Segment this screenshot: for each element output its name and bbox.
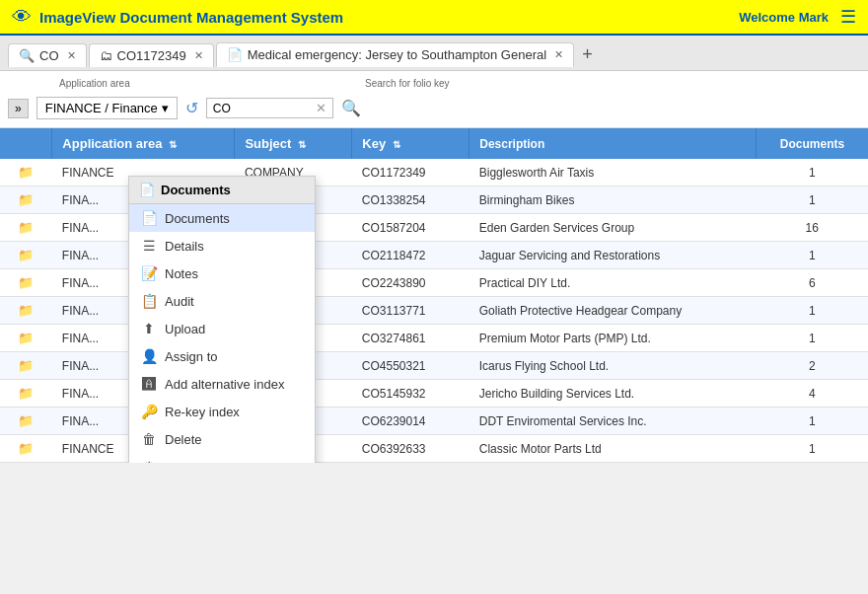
row-icon: 📁: [0, 214, 52, 242]
documents-icon: 📄: [141, 210, 157, 226]
col-subject-header[interactable]: Subject ⇅: [235, 128, 352, 159]
menu-item-upload[interactable]: ⬆Upload: [129, 315, 315, 342]
col-app-area-header[interactable]: Application area ⇅: [52, 128, 235, 159]
row-documents: 4: [757, 380, 869, 408]
context-menu-items: 📄Documents☰Details📝Notes📋Audit⬆Upload👤As…: [129, 204, 315, 463]
menu-item-label: Upload: [165, 322, 205, 336]
app-logo-icon: 👁: [12, 6, 32, 29]
tab-label: CO: [39, 48, 59, 63]
tab-close-icon[interactable]: ✕: [67, 49, 76, 62]
menu-item-assign-to[interactable]: 👤Assign to: [129, 342, 315, 370]
shred-icon: ⚙: [141, 459, 157, 463]
tab-doc-medical[interactable]: 📄 Medical emergency: Jersey to Southampt…: [216, 42, 575, 67]
row-documents: 6: [757, 269, 869, 297]
row-icon: 📁: [0, 408, 52, 435]
row-description: Premium Motor Parts (PMP) Ltd.: [470, 325, 757, 352]
clear-icon[interactable]: ✕: [316, 101, 326, 115]
welcome-message: Welcome Mark: [739, 10, 829, 25]
row-description: Goliath Protective Headgear Company: [470, 297, 757, 325]
menu-item-delete[interactable]: 🗑Delete: [129, 425, 315, 453]
app-title: ImageView Document Management System: [39, 9, 343, 26]
context-menu-header-label: Documents: [161, 183, 231, 197]
col-description-header: Description: [470, 128, 757, 159]
sort-arrow-icon: ⇅: [298, 139, 306, 150]
assign-to-icon: 👤: [141, 348, 157, 364]
row-documents: 1: [757, 186, 869, 214]
row-documents: 1: [757, 435, 869, 463]
header: 👁 ImageView Document Management System W…: [0, 0, 868, 36]
tab-label: CO1172349: [117, 48, 186, 63]
menu-item-re-key-index[interactable]: 🔑Re-key index: [129, 398, 315, 425]
re-key-index-icon: 🔑: [141, 404, 157, 419]
header-right: Welcome Mark ☰: [739, 6, 856, 28]
row-key: CO1338254: [352, 186, 470, 214]
sort-arrow-icon: ⇅: [393, 139, 400, 150]
context-menu-header-icon: 📄: [139, 183, 155, 197]
row-description: Practical DIY Ltd.: [470, 269, 757, 297]
tab-search-co[interactable]: 🔍 CO ✕: [8, 43, 87, 67]
row-description: Jaguar Servicing and Restorations: [470, 242, 757, 269]
expand-button[interactable]: »: [8, 99, 29, 118]
search-tab-icon: 🔍: [19, 48, 35, 63]
history-icon[interactable]: ↺: [185, 99, 198, 117]
row-documents: 16: [757, 214, 869, 242]
menu-item-add-alt-index[interactable]: 🅰Add alternative index: [129, 370, 315, 398]
menu-icon[interactable]: ☰: [840, 6, 856, 28]
menu-item-shred[interactable]: ⚙Shred: [129, 453, 315, 463]
row-documents: 1: [757, 159, 869, 186]
row-key: CO4550321: [352, 352, 470, 380]
row-icon: 📁: [0, 186, 52, 214]
row-description: Icarus Flying School Ltd.: [470, 352, 757, 380]
row-key: CO2243890: [352, 269, 470, 297]
chevron-down-icon: ▾: [162, 101, 169, 115]
menu-item-details[interactable]: ☰Details: [129, 232, 315, 260]
row-description: Bigglesworth Air Taxis: [470, 159, 757, 186]
row-key: CO3274861: [352, 325, 470, 352]
row-icon: 📁: [0, 380, 52, 408]
tab-co1172349[interactable]: 🗂 CO1172349 ✕: [89, 43, 214, 67]
row-icon: 📁: [0, 352, 52, 380]
header-left: 👁 ImageView Document Management System: [12, 6, 343, 29]
tabs-bar: 🔍 CO ✕ 🗂 CO1172349 ✕ 📄 Medical emergency…: [0, 36, 868, 71]
app-area-label: Application area: [59, 78, 256, 89]
row-key: CO6239014: [352, 408, 470, 435]
search-icon[interactable]: 🔍: [341, 99, 361, 117]
row-icon: 📁: [0, 435, 52, 463]
col-documents-header: Documents: [757, 128, 869, 159]
table-header-row: Application area ⇅ Subject ⇅ Key ⇅ Descr…: [0, 128, 868, 159]
menu-item-label: Re-key index: [165, 405, 240, 419]
menu-item-label: Delete: [165, 432, 202, 447]
row-key: CO2118472: [352, 242, 470, 269]
notes-icon: 📝: [141, 265, 157, 281]
menu-item-documents[interactable]: 📄Documents: [129, 204, 315, 232]
row-icon: 📁: [0, 269, 52, 297]
search-input[interactable]: [213, 102, 312, 115]
tab-label: Medical emergency: Jersey to Southampton…: [248, 47, 547, 62]
tab-close-icon[interactable]: ✕: [554, 48, 563, 61]
row-documents: 1: [757, 408, 869, 435]
menu-item-label: Details: [165, 239, 204, 254]
row-icon: 📁: [0, 242, 52, 269]
sort-arrow-icon: ⇅: [169, 139, 177, 150]
menu-item-label: Add alternative index: [165, 377, 284, 392]
row-key: CO1587204: [352, 214, 470, 242]
add-tab-button[interactable]: +: [576, 44, 599, 65]
menu-item-audit[interactable]: 📋Audit: [129, 287, 315, 315]
row-documents: 1: [757, 325, 869, 352]
row-documents: 2: [757, 352, 869, 380]
menu-item-label: Shred: [165, 460, 199, 464]
app-area-select[interactable]: FINANCE / Finance ▾: [36, 97, 178, 119]
row-key: CO3113771: [352, 297, 470, 325]
tab-close-icon[interactable]: ✕: [194, 49, 203, 62]
folio-key-label: Search for folio key: [365, 78, 450, 89]
row-key: CO5145932: [352, 380, 470, 408]
menu-item-label: Assign to: [165, 349, 217, 364]
col-key-header[interactable]: Key ⇅: [352, 128, 470, 159]
menu-item-notes[interactable]: 📝Notes: [129, 260, 315, 287]
doc-tab-icon: 📄: [227, 47, 243, 62]
row-description: Eden Garden Services Group: [470, 214, 757, 242]
context-menu: 📄 Documents 📄Documents☰Details📝Notes📋Aud…: [128, 176, 316, 463]
add-alt-index-icon: 🅰: [141, 376, 157, 392]
row-key: CO6392633: [352, 435, 470, 463]
menu-item-label: Notes: [165, 266, 198, 281]
